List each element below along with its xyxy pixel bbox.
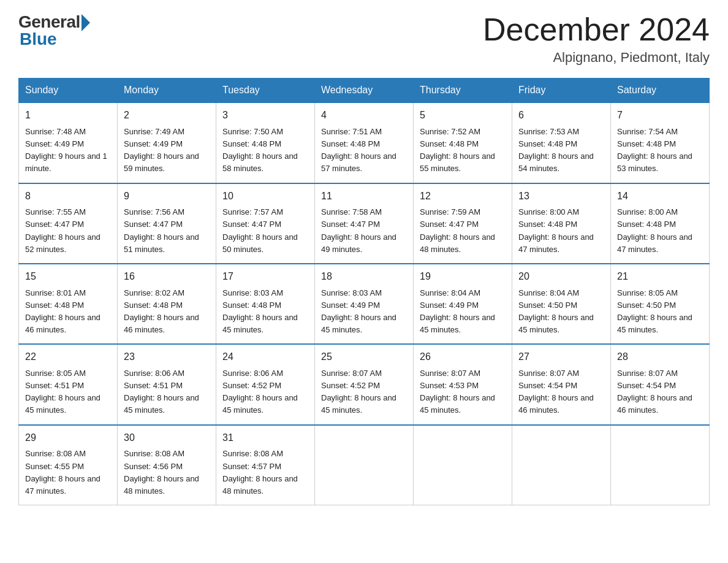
sunset-label: Sunset: 4:48 PM — [420, 139, 479, 148]
col-header-monday: Monday — [118, 79, 216, 103]
logo-blue-text: Blue — [20, 29, 57, 49]
daylight-label: Daylight: 8 hours and 50 minutes. — [222, 232, 298, 254]
sunset-label: Sunset: 4:48 PM — [222, 139, 281, 148]
calendar-cell: 17 Sunrise: 8:03 AM Sunset: 4:48 PM Dayl… — [216, 264, 315, 344]
day-number: 26 — [420, 350, 506, 365]
day-number: 22 — [25, 350, 111, 365]
logo: General Blue — [18, 12, 90, 49]
sunrise-label: Sunrise: 7:56 AM — [124, 207, 184, 216]
calendar-cell: 18 Sunrise: 8:03 AM Sunset: 4:49 PM Dayl… — [315, 264, 414, 344]
day-number: 12 — [420, 189, 506, 204]
day-number: 29 — [25, 431, 111, 446]
day-number: 10 — [222, 189, 308, 204]
calendar-cell: 9 Sunrise: 7:56 AM Sunset: 4:47 PM Dayli… — [118, 183, 216, 264]
calendar-cell: 3 Sunrise: 7:50 AM Sunset: 4:48 PM Dayli… — [216, 102, 315, 183]
calendar-cell: 24 Sunrise: 8:06 AM Sunset: 4:52 PM Dayl… — [216, 344, 315, 424]
sunrise-label: Sunrise: 7:48 AM — [25, 127, 86, 136]
calendar-cell: 19 Sunrise: 8:04 AM Sunset: 4:49 PM Dayl… — [414, 264, 512, 344]
daylight-label: Daylight: 9 hours and 1 minute. — [25, 151, 107, 173]
calendar-cell: 12 Sunrise: 7:59 AM Sunset: 4:47 PM Dayl… — [414, 183, 512, 264]
sunset-label: Sunset: 4:47 PM — [420, 220, 479, 229]
sunrise-label: Sunrise: 8:06 AM — [222, 369, 283, 378]
day-number: 21 — [617, 269, 703, 285]
sunset-label: Sunset: 4:48 PM — [518, 220, 577, 229]
sunrise-label: Sunrise: 7:53 AM — [518, 127, 579, 136]
sunrise-label: Sunrise: 8:00 AM — [617, 207, 678, 216]
sunrise-label: Sunrise: 7:54 AM — [617, 127, 678, 136]
daylight-label: Daylight: 8 hours and 58 minutes. — [222, 151, 298, 173]
sunset-label: Sunset: 4:48 PM — [617, 139, 676, 148]
calendar-cell: 11 Sunrise: 7:58 AM Sunset: 4:47 PM Dayl… — [315, 183, 414, 264]
day-number: 30 — [124, 431, 210, 446]
daylight-label: Daylight: 8 hours and 55 minutes. — [420, 151, 495, 173]
daylight-label: Daylight: 8 hours and 45 minutes. — [617, 313, 692, 334]
sunset-label: Sunset: 4:49 PM — [124, 139, 183, 148]
daylight-label: Daylight: 8 hours and 46 minutes. — [617, 393, 692, 415]
daylight-label: Daylight: 8 hours and 48 minutes. — [420, 232, 495, 254]
daylight-label: Daylight: 8 hours and 53 minutes. — [617, 151, 692, 173]
daylight-label: Daylight: 8 hours and 47 minutes. — [25, 474, 100, 496]
day-number: 20 — [518, 269, 604, 285]
daylight-label: Daylight: 8 hours and 45 minutes. — [222, 393, 298, 415]
calendar-cell: 6 Sunrise: 7:53 AM Sunset: 4:48 PM Dayli… — [512, 102, 611, 183]
logo-arrow-icon — [82, 14, 90, 31]
calendar-cell: 29 Sunrise: 8:08 AM Sunset: 4:55 PM Dayl… — [19, 425, 118, 505]
daylight-label: Daylight: 8 hours and 46 minutes. — [25, 313, 100, 334]
daylight-label: Daylight: 8 hours and 51 minutes. — [124, 232, 199, 254]
calendar-cell — [414, 425, 512, 505]
sunrise-label: Sunrise: 8:06 AM — [124, 369, 184, 378]
sunrise-label: Sunrise: 8:02 AM — [124, 288, 184, 297]
day-number: 15 — [25, 269, 111, 285]
week-row-3: 15 Sunrise: 8:01 AM Sunset: 4:48 PM Dayl… — [19, 264, 710, 344]
calendar-cell: 4 Sunrise: 7:51 AM Sunset: 4:48 PM Dayli… — [315, 102, 414, 183]
week-row-4: 22 Sunrise: 8:05 AM Sunset: 4:51 PM Dayl… — [19, 344, 710, 424]
sunrise-label: Sunrise: 8:03 AM — [321, 288, 382, 297]
daylight-label: Daylight: 8 hours and 47 minutes. — [617, 232, 692, 254]
calendar-cell: 2 Sunrise: 7:49 AM Sunset: 4:49 PM Dayli… — [118, 102, 216, 183]
calendar-cell: 27 Sunrise: 8:07 AM Sunset: 4:54 PM Dayl… — [512, 344, 611, 424]
sunrise-label: Sunrise: 8:05 AM — [25, 369, 86, 378]
day-number: 9 — [124, 189, 210, 204]
sunset-label: Sunset: 4:47 PM — [124, 220, 183, 229]
calendar-cell: 26 Sunrise: 8:07 AM Sunset: 4:53 PM Dayl… — [414, 344, 512, 424]
sunset-label: Sunset: 4:50 PM — [518, 301, 577, 310]
col-header-sunday: Sunday — [19, 79, 118, 103]
sunset-label: Sunset: 4:48 PM — [518, 139, 577, 148]
day-number: 24 — [222, 350, 308, 365]
day-number: 4 — [321, 108, 407, 123]
day-number: 7 — [617, 108, 703, 123]
calendar-cell: 31 Sunrise: 8:08 AM Sunset: 4:57 PM Dayl… — [216, 425, 315, 505]
calendar-cell: 20 Sunrise: 8:04 AM Sunset: 4:50 PM Dayl… — [512, 264, 611, 344]
sunrise-label: Sunrise: 8:07 AM — [518, 369, 579, 378]
sunset-label: Sunset: 4:54 PM — [518, 381, 577, 390]
calendar-cell: 7 Sunrise: 7:54 AM Sunset: 4:48 PM Dayli… — [611, 102, 710, 183]
daylight-label: Daylight: 8 hours and 47 minutes. — [518, 232, 594, 254]
calendar-cell: 22 Sunrise: 8:05 AM Sunset: 4:51 PM Dayl… — [19, 344, 118, 424]
day-number: 28 — [617, 350, 703, 365]
col-header-saturday: Saturday — [611, 79, 710, 103]
calendar-cell: 15 Sunrise: 8:01 AM Sunset: 4:48 PM Dayl… — [19, 264, 118, 344]
calendar-cell — [611, 425, 710, 505]
calendar-cell: 23 Sunrise: 8:06 AM Sunset: 4:51 PM Dayl… — [118, 344, 216, 424]
day-number: 11 — [321, 189, 407, 204]
week-row-2: 8 Sunrise: 7:55 AM Sunset: 4:47 PM Dayli… — [19, 183, 710, 264]
sunrise-label: Sunrise: 8:04 AM — [518, 288, 579, 297]
sunrise-label: Sunrise: 8:05 AM — [617, 288, 678, 297]
sunrise-label: Sunrise: 8:03 AM — [222, 288, 283, 297]
sunrise-label: Sunrise: 7:51 AM — [321, 127, 382, 136]
sunrise-label: Sunrise: 7:59 AM — [420, 207, 480, 216]
day-number: 2 — [124, 108, 210, 123]
sunset-label: Sunset: 4:50 PM — [617, 301, 676, 310]
calendar-cell: 21 Sunrise: 8:05 AM Sunset: 4:50 PM Dayl… — [611, 264, 710, 344]
daylight-label: Daylight: 8 hours and 45 minutes. — [25, 393, 100, 415]
calendar-cell — [512, 425, 611, 505]
col-header-friday: Friday — [512, 79, 611, 103]
sunrise-label: Sunrise: 8:08 AM — [124, 449, 184, 458]
week-row-5: 29 Sunrise: 8:08 AM Sunset: 4:55 PM Dayl… — [19, 425, 710, 505]
sunset-label: Sunset: 4:48 PM — [617, 220, 676, 229]
sunset-label: Sunset: 4:49 PM — [420, 301, 479, 310]
day-number: 16 — [124, 269, 210, 285]
sunrise-label: Sunrise: 7:52 AM — [420, 127, 480, 136]
sunset-label: Sunset: 4:51 PM — [124, 381, 183, 390]
day-number: 1 — [25, 108, 111, 123]
